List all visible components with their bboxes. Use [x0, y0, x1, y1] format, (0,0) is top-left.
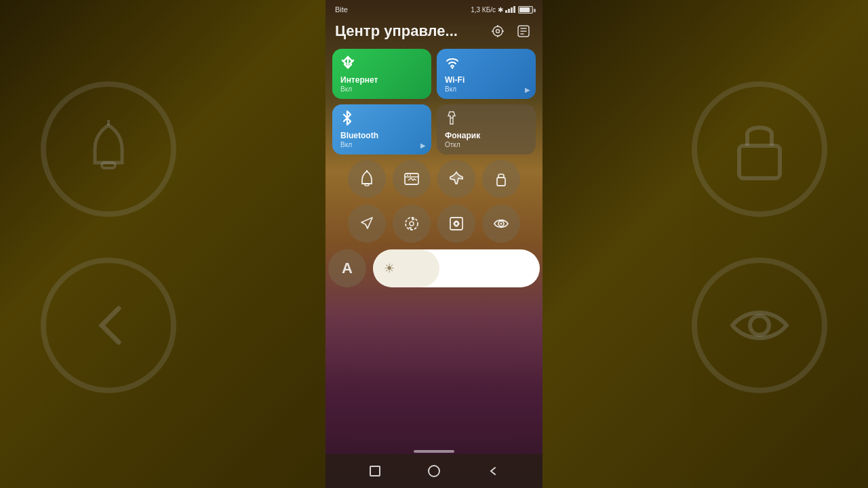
brightness-slider[interactable]: ☀ — [373, 249, 540, 287]
screenshot-button[interactable] — [393, 160, 431, 198]
speed-label: 1,3 КБ/с — [471, 6, 496, 14]
font-size-button[interactable]: A — [328, 249, 366, 287]
panel-header: Центр управле... — [326, 16, 542, 49]
svg-point-28 — [500, 223, 502, 225]
settings-icon[interactable] — [488, 22, 507, 41]
location-button[interactable] — [348, 205, 386, 243]
home-button[interactable] — [425, 462, 443, 481]
signal-icon — [505, 6, 516, 13]
svg-point-26 — [455, 222, 458, 226]
flashlight-label: Фонарик — [445, 131, 480, 140]
bluetooth-label: Bluetooth — [340, 131, 378, 140]
font-label: A — [342, 260, 353, 277]
recent-apps-icon — [370, 466, 380, 476]
brightness-icon: ☀ — [384, 261, 395, 276]
internet-status: Вкл — [340, 85, 352, 93]
recent-apps-button[interactable] — [366, 462, 384, 481]
flashlight-icon — [445, 110, 458, 129]
flashlight-status: Откл — [445, 141, 460, 148]
svg-point-3 — [750, 316, 769, 335]
home-indicator — [414, 450, 454, 453]
eye-comfort-button[interactable] — [482, 205, 520, 243]
bluetooth-status: Вкл — [340, 141, 352, 148]
status-right: 1,3 КБ/с ✱ — [471, 6, 533, 14]
wifi-chevron: ▶ — [525, 86, 530, 94]
toggles-container: Интернет Вкл Wi-Fi Вкл ▶ — [326, 49, 542, 155]
bg-eye-icon — [692, 258, 827, 393]
wifi-status: Вкл — [445, 85, 456, 93]
airplane-mode-button[interactable] — [437, 160, 475, 198]
bluetooth-chevron: ▶ — [420, 142, 426, 149]
edit-icon[interactable] — [514, 22, 533, 41]
back-icon — [488, 466, 498, 476]
svg-rect-4 — [505, 10, 507, 13]
bg-arrow-icon — [41, 258, 176, 393]
svg-rect-16 — [365, 184, 369, 186]
svg-point-8 — [493, 26, 502, 36]
bluetooth-toggle[interactable]: Bluetooth Вкл ▶ — [332, 104, 431, 155]
svg-rect-0 — [102, 163, 115, 168]
svg-rect-6 — [511, 7, 513, 13]
svg-rect-22 — [497, 178, 505, 186]
small-buttons-row-1 — [326, 160, 542, 198]
nav-bar — [326, 454, 542, 488]
bluetooth-icon — [340, 110, 354, 129]
rotation-lock-button[interactable] — [482, 160, 520, 198]
svg-point-15 — [452, 67, 454, 69]
battery-icon — [518, 6, 533, 14]
bluetooth-status-icon: ✱ — [498, 6, 503, 14]
small-buttons-row-2 — [326, 205, 542, 243]
toggles-row-2: Bluetooth Вкл ▶ Фонарик Откл — [332, 104, 536, 155]
wifi-icon — [445, 55, 460, 73]
brightness-row: A ☀ — [326, 249, 542, 287]
internet-toggle[interactable]: Интернет Вкл — [332, 49, 431, 99]
panel-title: Центр управле... — [335, 22, 458, 40]
background-right — [542, 0, 868, 488]
svg-rect-2 — [739, 146, 780, 178]
svg-rect-7 — [513, 6, 515, 13]
internet-icon — [340, 55, 355, 73]
bg-bell-icon — [41, 81, 176, 217]
fullscreen-button[interactable] — [437, 205, 475, 243]
wifi-label: Wi-Fi — [445, 76, 465, 85]
home-icon — [428, 465, 440, 477]
svg-point-20 — [407, 175, 408, 176]
bg-lock-icon — [692, 81, 827, 217]
header-icons — [488, 22, 533, 41]
phone-panel: Bite 1,3 КБ/с ✱ Центр управле... — [326, 0, 542, 488]
internet-label: Интернет — [340, 76, 378, 85]
svg-rect-5 — [508, 9, 510, 13]
svg-point-21 — [410, 175, 411, 176]
svg-point-24 — [410, 222, 414, 226]
auto-rotate-button[interactable] — [393, 205, 431, 243]
notifications-button[interactable] — [348, 160, 386, 198]
background-left — [0, 0, 326, 488]
toggles-row-1: Интернет Вкл Wi-Fi Вкл ▶ — [332, 49, 536, 99]
flashlight-toggle[interactable]: Фонарик Откл — [437, 104, 536, 155]
status-bar: Bite 1,3 КБ/с ✱ — [326, 0, 542, 16]
brightness-track — [373, 249, 439, 287]
back-button[interactable] — [484, 462, 502, 481]
carrier-label: Bite — [335, 5, 348, 14]
wifi-toggle[interactable]: Wi-Fi Вкл ▶ — [437, 49, 536, 99]
svg-rect-25 — [450, 218, 462, 230]
svg-point-9 — [496, 30, 500, 33]
